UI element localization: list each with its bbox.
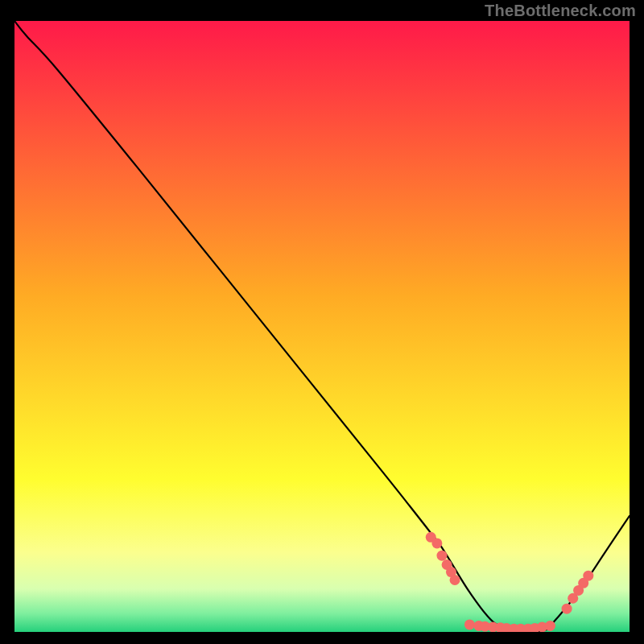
data-point bbox=[562, 604, 572, 614]
chart-plot-area bbox=[14, 21, 630, 632]
chart-svg bbox=[14, 21, 630, 632]
chart-background bbox=[14, 21, 630, 632]
data-point bbox=[464, 619, 475, 630]
chart-frame: TheBottleneck.com bbox=[0, 0, 644, 644]
data-point bbox=[450, 575, 460, 585]
attribution-watermark: TheBottleneck.com bbox=[485, 2, 636, 20]
data-point bbox=[583, 571, 593, 581]
data-point bbox=[545, 621, 555, 631]
data-point bbox=[431, 538, 442, 548]
data-point bbox=[436, 551, 447, 561]
